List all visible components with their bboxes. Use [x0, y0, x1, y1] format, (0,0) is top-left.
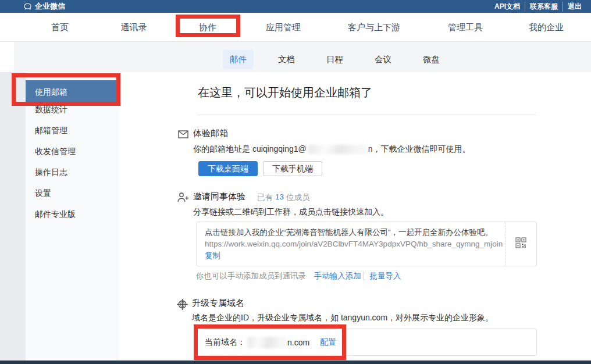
current-domain-label: 当前域名： [205, 337, 245, 348]
redacted-email-domain [308, 145, 367, 154]
copy-link[interactable]: 复制 [205, 251, 220, 260]
mail-sidebar: 使用邮箱 数据统计 邮箱管理 收发信管理 操作日志 设置 邮件专业版 [26, 72, 119, 361]
nav-item-contacts[interactable]: 通讯录 [121, 13, 147, 42]
member-count-suffix: 位成员 [286, 192, 310, 203]
share-invitation-text: 点击链接加入我的企业“芜湖海音智能机器人有限公司”，一起开启全新办公体验吧。 [205, 227, 501, 238]
sidebar-item-settings[interactable]: 设置 [26, 183, 119, 204]
invite-section-title: 邀请同事体验 [193, 191, 245, 202]
member-count-meta: 已有 13 位成员 [257, 192, 310, 203]
batch-import-link[interactable]: 批量导入 [364, 272, 401, 280]
manual-input-add-link[interactable]: 手动输入添加 [314, 272, 361, 280]
tab-meeting[interactable]: 会议 [368, 50, 398, 69]
share-url: https://work.weixin.qq.com/join/aV2BClbv… [205, 238, 501, 250]
manual-add-text: 你也可以手动添加成员到通讯录 [196, 272, 306, 280]
redacted-domain [247, 337, 286, 348]
person-plus-icon [177, 191, 190, 206]
brand: 企业微信 [23, 1, 65, 12]
globe-domain-icon [176, 298, 188, 313]
sidebar-item-data-stats[interactable]: 数据统计 [26, 99, 119, 120]
nav-item-home[interactable]: 首页 [51, 13, 69, 42]
collab-tabs: 邮件 文档 日程 会议 微盘 [223, 50, 447, 69]
topbar-links: API文档 联系客服 退出 [490, 2, 586, 12]
nav-item-admin-tools[interactable]: 管理工具 [448, 13, 483, 42]
current-domain-suffix: n.com [287, 338, 309, 347]
wecom-bubble-icon [23, 2, 32, 11]
sidebar-item-send-receive[interactable]: 收发信管理 [26, 141, 119, 162]
nav-item-collaboration[interactable]: 协作 [199, 13, 216, 42]
share-link-box: 点击链接加入我的企业“芜湖海音智能机器人有限公司”，一起开启全新办公体验吧。 h… [196, 222, 537, 266]
mailbox-address-line: 你的邮箱地址是 cuiqingqing1@n，下载企业微信即可使用。 [193, 144, 471, 155]
download-desktop-button[interactable]: 下载桌面端 [198, 161, 258, 176]
qr-code-icon [515, 237, 526, 251]
tab-mail[interactable]: 邮件 [223, 50, 254, 69]
qr-code-button[interactable] [505, 222, 536, 266]
share-text-block: 点击链接加入我的企业“芜湖海音智能机器人有限公司”，一起开启全新办公体验吧。 h… [205, 227, 501, 262]
title-divider [198, 115, 537, 115]
download-buttons: 下载桌面端 下载手机端 [198, 161, 322, 176]
sidebar-item-operation-log[interactable]: 操作日志 [26, 162, 119, 183]
main-navbar: 首页 通讯录 协作 应用管理 客户与上下游 管理工具 我的企业 [0, 13, 591, 42]
member-count-prefix: 已有 [257, 192, 273, 203]
tab-docs[interactable]: 文档 [271, 50, 302, 69]
download-mobile-button[interactable]: 下载手机端 [263, 161, 322, 176]
invite-description: 分享链接或二维码到工作群，成员点击链接快速加入。 [193, 207, 389, 217]
bottom-bar [0, 361, 591, 364]
envelope-icon [178, 130, 188, 141]
mailbox-address-prefix: 你的邮箱地址是 cuiqingqing1@ [193, 144, 307, 154]
mailbox-section-title: 体验邮箱 [193, 128, 228, 139]
domain-section-title: 升级专属域名 [192, 298, 244, 309]
nav-item-customers[interactable]: 客户与上下游 [348, 13, 400, 42]
sidebar-item-mail-pro[interactable]: 邮件专业版 [26, 204, 119, 224]
manual-add-row: 你也可以手动添加成员到通讯录 手动输入添加 批量导入 [196, 271, 401, 281]
configure-domain-link[interactable]: 配置 [320, 337, 336, 348]
nav-item-app-management[interactable]: 应用管理 [266, 13, 301, 42]
logout-link[interactable]: 退出 [562, 2, 586, 12]
tab-drive[interactable]: 微盘 [416, 50, 447, 69]
sidebar-item-mailbox-management[interactable]: 邮箱管理 [26, 120, 119, 141]
tab-calendar[interactable]: 日程 [319, 50, 350, 69]
left-gutter [0, 72, 26, 361]
api-docs-link[interactable]: API文档 [490, 2, 525, 12]
page-title: 在这里，可以开始使用企业邮箱了 [198, 85, 372, 101]
domain-description: 域名是企业的ID，升级企业专属域名，如 tangyun.com，对外展示专业的企… [192, 313, 493, 323]
brand-label: 企业微信 [35, 1, 65, 12]
member-count-value: 13 [275, 192, 284, 203]
topbar: 企业微信 API文档 联系客服 退出 [0, 0, 591, 13]
mailbox-address-suffix: n，下载企业微信即可使用。 [368, 144, 471, 154]
nav-item-my-company[interactable]: 我的企业 [529, 13, 564, 42]
contact-support-link[interactable]: 联系客服 [525, 2, 562, 12]
current-domain-box: 当前域名：n.com 配置 [196, 329, 537, 356]
